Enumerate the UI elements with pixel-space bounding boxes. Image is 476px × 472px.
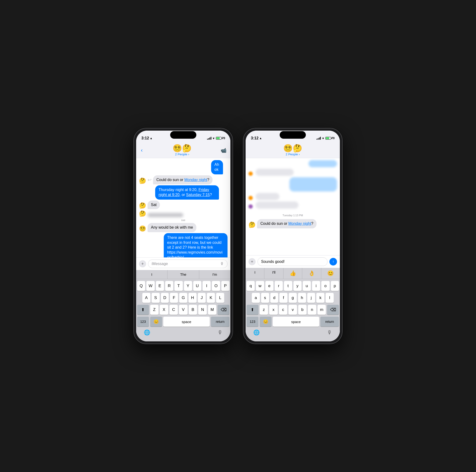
key-o[interactable]: o [321,281,329,291]
key-N[interactable]: N [198,305,207,315]
suggestion-Im[interactable]: I'm [199,270,230,279]
key-J[interactable]: J [198,293,206,303]
monday-night-link[interactable]: Monday night [184,178,207,182]
nav-center-2[interactable]: 😵‍💫🤔 2 People › [283,145,302,156]
saturday-link[interactable]: Saturday 7:15 [186,193,210,197]
bubble-sent-seats: There are not 4 seats together except in… [164,233,227,257]
key-C[interactable]: C [170,305,178,315]
key-P[interactable]: P [221,281,229,291]
suggestion-The[interactable]: The [168,270,199,279]
add-button-2[interactable]: + [249,258,255,265]
key-w[interactable]: w [256,281,264,291]
key-a[interactable]: a [252,293,260,303]
globe-icon-1[interactable]: 🌐 [144,329,150,336]
key-t[interactable]: t [284,281,292,291]
key-i[interactable]: i [312,281,320,291]
key-U[interactable]: U [193,281,201,291]
shift-key-2[interactable]: ⬆ [247,305,258,315]
key-y[interactable]: y [293,281,302,291]
return-key-2[interactable]: return [320,317,339,327]
emoji-key-1[interactable]: 😊 [150,317,162,327]
imessage-input-2[interactable]: Sounds good! [257,257,327,266]
mic-icon-1[interactable]: 🎙 [220,262,224,266]
key-c[interactable]: c [279,305,288,315]
key-M[interactable]: M [208,305,217,315]
key-Y[interactable]: Y [184,281,192,291]
blurred-bubble-sent-2 [289,177,337,192]
key-r[interactable]: r [275,281,283,291]
key-O[interactable]: O [212,281,220,291]
suggestion-2-smile[interactable]: 😊 [321,268,340,279]
back-button-1[interactable]: ‹ [140,146,143,154]
key-E[interactable]: E [156,281,164,291]
key-W[interactable]: W [146,281,154,291]
key-Z[interactable]: Z [150,305,159,315]
key-l[interactable]: l [325,293,334,303]
nav-center-1[interactable]: 😵‍💫🤔 2 People › [172,145,192,156]
key-j[interactable]: j [307,293,315,303]
shift-key-1[interactable]: ⬆ [137,305,149,315]
key-X[interactable]: X [160,305,168,315]
key-m[interactable]: m [318,305,326,315]
key-z[interactable]: z [260,305,268,315]
location-arrow-icon-2: ▲ [259,137,262,140]
num-key-1[interactable]: 123 [137,317,149,327]
key-e[interactable]: e [265,281,273,291]
keyboard-rows-2: q w e r t y u i o p a s [246,279,340,327]
message-row-sent-ahok: Ah ok [139,160,227,174]
key-g[interactable]: g [289,293,297,303]
mic-bottom-icon-2[interactable]: 🎙 [327,329,332,336]
send-button-2[interactable]: ↑ [329,258,337,265]
blurred-received-3 [249,201,337,209]
contact-name-1[interactable]: 2 People › [175,152,189,156]
monday-night-link-2[interactable]: Monday night [288,222,311,226]
contact-name-2[interactable]: 2 People › [286,152,300,156]
key-B[interactable]: B [189,305,197,315]
key-G[interactable]: G [179,293,187,303]
suggestion-2-Ill[interactable]: I'll [264,268,283,279]
status-time-2: 3:12 ▲ [251,136,262,140]
key-h[interactable]: h [298,293,306,303]
key-R[interactable]: R [165,281,173,291]
key-H[interactable]: H [188,293,197,303]
key-p[interactable]: p [331,281,339,291]
key-I[interactable]: I [203,281,211,291]
key-v[interactable]: v [289,305,297,315]
keyboard-rows-1: Q W E R T Y U I O P A S [136,279,230,327]
suggestion-I[interactable]: I [136,270,168,279]
delete-key-1[interactable]: ⌫ [218,305,229,315]
suggestion-2-ok[interactable]: 👌 [302,268,321,279]
delete-key-2[interactable]: ⌫ [327,305,339,315]
add-button-1[interactable]: + [139,260,146,267]
key-u[interactable]: u [303,281,311,291]
key-x[interactable]: x [269,305,278,315]
key-L[interactable]: L [216,293,224,303]
key-Q[interactable]: Q [137,281,145,291]
key-n[interactable]: n [308,305,316,315]
num-key-2[interactable]: 123 [247,317,258,327]
key-F[interactable]: F [170,293,178,303]
suggestion-2-I[interactable]: I [246,268,264,279]
key-s[interactable]: s [261,293,269,303]
key-q[interactable]: q [247,281,255,291]
return-key-1[interactable]: return [211,317,229,327]
mic-bottom-icon-1[interactable]: 🎙 [218,329,223,336]
key-D[interactable]: D [161,293,169,303]
key-d[interactable]: d [270,293,278,303]
globe-icon-2[interactable]: 🌐 [253,329,260,336]
key-V[interactable]: V [179,305,187,315]
key-A[interactable]: A [142,293,151,303]
key-f[interactable]: f [279,293,288,303]
imessage-input-1[interactable]: iMessage 🎙 [148,260,227,268]
space-key-1[interactable]: space [163,317,210,327]
key-S[interactable]: S [152,293,160,303]
suggestion-2-thumbsup[interactable]: 👍 [284,268,302,279]
messages-area-1: Ah ok 🤔 ↩ Could do sun or Monday night? … [136,158,230,257]
key-b[interactable]: b [298,305,307,315]
key-T[interactable]: T [174,281,183,291]
key-k[interactable]: k [316,293,324,303]
emoji-key-2[interactable]: 😊 [260,317,272,327]
space-key-2[interactable]: space [273,317,319,327]
video-call-button-1[interactable]: 📹 [221,147,227,153]
key-K[interactable]: K [207,293,215,303]
